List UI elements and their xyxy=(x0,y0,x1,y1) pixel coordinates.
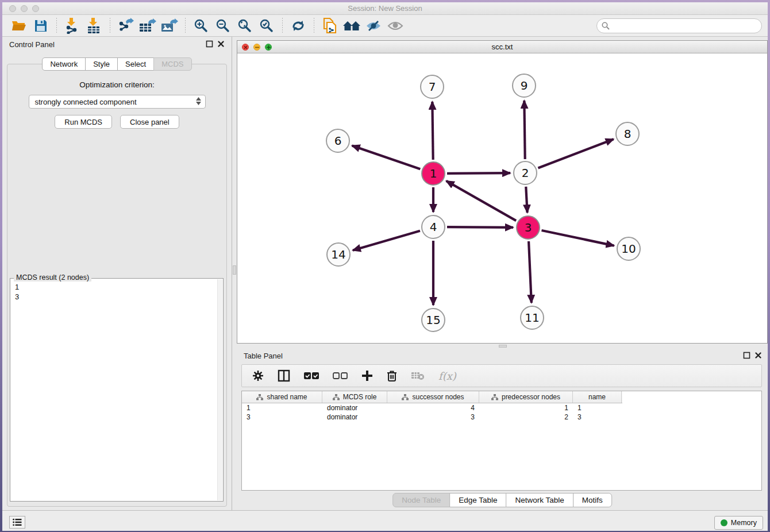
splitter-grip[interactable] xyxy=(499,345,507,348)
import-table-icon[interactable] xyxy=(83,17,105,35)
zoom-selected-icon[interactable] xyxy=(256,17,278,35)
cell-mcds-role[interactable]: dominator xyxy=(322,413,387,422)
column-header-successor-nodes[interactable]: successor nodes xyxy=(387,391,479,403)
graph-node-1[interactable]: 1 xyxy=(421,161,445,186)
delete-column-trash-icon[interactable] xyxy=(387,370,397,382)
run-mcds-button[interactable]: Run MCDS xyxy=(55,115,112,129)
deselect-all-columns-icon[interactable] xyxy=(333,372,348,380)
import-network-icon[interactable] xyxy=(61,17,83,35)
column-header-name[interactable]: name xyxy=(573,391,622,403)
tab-select[interactable]: Select xyxy=(117,57,154,71)
tab-node-table[interactable]: Node Table xyxy=(392,493,450,507)
close-panel-icon[interactable] xyxy=(217,40,225,48)
zoom-fit-icon[interactable] xyxy=(234,17,256,35)
cell-name[interactable]: 1 xyxy=(573,403,622,413)
window-title: Session: New Session xyxy=(2,4,768,13)
delete-table-icon[interactable] xyxy=(411,371,425,381)
cell-predecessor-nodes[interactable]: 2 xyxy=(479,413,573,422)
hide-selected-icon[interactable] xyxy=(363,17,384,35)
graph-node-15[interactable]: 15 xyxy=(421,308,445,332)
status-bar: Memory xyxy=(2,510,768,531)
graph-edges xyxy=(237,53,767,343)
graph-node-10[interactable]: 10 xyxy=(617,237,641,261)
graph-node-14[interactable]: 14 xyxy=(326,242,351,267)
cell-successor-nodes[interactable]: 4 xyxy=(387,403,479,413)
cell-successor-nodes[interactable]: 3 xyxy=(387,413,479,422)
graph-edge-1-7[interactable] xyxy=(432,102,433,160)
result-scrollbar[interactable] xyxy=(217,279,222,500)
graph-node-2[interactable]: 2 xyxy=(513,161,537,185)
control-panel: Control Panel Network Style Select MCDS … xyxy=(2,37,232,510)
select-all-columns-icon[interactable] xyxy=(304,372,319,380)
main-toolbar xyxy=(2,15,768,37)
column-header-predecessor-nodes[interactable]: predecessor nodes xyxy=(479,391,573,403)
graph-node-4[interactable]: 4 xyxy=(421,215,445,239)
graph-edge-3-11[interactable] xyxy=(529,241,532,303)
graph-node-7[interactable]: 7 xyxy=(420,75,444,99)
graph-edge-2-9[interactable] xyxy=(524,101,525,159)
cell-mcds-role[interactable]: dominator xyxy=(322,403,387,413)
graph-canvas[interactable]: 1234678910111415 xyxy=(237,53,767,343)
graph-node-3[interactable]: 3 xyxy=(516,215,540,240)
export-table-icon[interactable] xyxy=(137,17,159,35)
new-network-from-selection-icon[interactable] xyxy=(319,17,341,35)
graph-edge-2-3[interactable] xyxy=(526,187,527,213)
table-toolbar: f(x) xyxy=(241,364,762,387)
create-column-plus-icon[interactable] xyxy=(361,370,373,381)
search-input[interactable] xyxy=(596,18,762,33)
graph-node-6[interactable]: 6 xyxy=(326,129,350,153)
first-neighbors-icon[interactable] xyxy=(341,17,363,35)
cell-name[interactable]: 3 xyxy=(573,413,622,422)
save-session-icon[interactable] xyxy=(30,17,52,35)
table-settings-gear-icon[interactable] xyxy=(252,370,264,381)
column-header-shared-name[interactable]: shared name xyxy=(242,391,322,403)
table-row[interactable]: 3 dominator 3 2 3 xyxy=(242,413,761,422)
splitter-grip[interactable] xyxy=(233,265,236,275)
column-header-mcds-role[interactable]: MCDS role xyxy=(322,391,387,403)
criterion-dropdown[interactable]: strongly connected component xyxy=(29,95,206,109)
show-all-icon[interactable] xyxy=(384,17,406,35)
graph-edge-4-3[interactable] xyxy=(447,227,513,228)
memory-button[interactable]: Memory xyxy=(714,516,763,530)
table-panel: Table Panel xyxy=(237,348,768,510)
open-session-icon[interactable] xyxy=(8,17,30,35)
cell-predecessor-nodes[interactable]: 1 xyxy=(479,403,573,413)
graph-node-9[interactable]: 9 xyxy=(512,74,536,98)
vertical-splitter[interactable] xyxy=(232,37,237,510)
tab-network[interactable]: Network xyxy=(42,57,86,71)
horizontal-splitter[interactable] xyxy=(237,344,768,348)
tab-mcds[interactable]: MCDS xyxy=(153,57,191,71)
export-image-icon[interactable] xyxy=(159,17,180,35)
graph-edge-3-1[interactable] xyxy=(446,181,517,221)
tab-edge-table[interactable]: Edge Table xyxy=(449,493,506,507)
tab-network-table[interactable]: Network Table xyxy=(506,493,573,507)
control-panel-header: Control Panel xyxy=(2,37,232,52)
cell-shared-name[interactable]: 3 xyxy=(242,413,322,422)
tab-style[interactable]: Style xyxy=(85,57,118,71)
show-column-icon[interactable] xyxy=(278,369,290,382)
float-panel-icon[interactable] xyxy=(743,352,750,359)
mcds-result-legend: MCDS result (2 nodes) xyxy=(14,273,91,282)
function-builder-icon[interactable]: f(x) xyxy=(438,370,456,382)
cell-shared-name[interactable]: 1 xyxy=(242,403,322,413)
refresh-view-icon[interactable] xyxy=(287,17,309,35)
task-history-button[interactable] xyxy=(9,516,25,529)
mcds-result-text[interactable]: 1 3 xyxy=(10,279,223,302)
close-panel-icon[interactable] xyxy=(754,352,762,359)
export-network-icon[interactable] xyxy=(115,17,137,35)
table-row[interactable]: 1 dominator 4 1 1 xyxy=(242,403,761,413)
graph-edge-4-14[interactable] xyxy=(353,231,420,250)
graph-edge-1-6[interactable] xyxy=(352,145,421,169)
zoom-in-icon[interactable] xyxy=(190,17,212,35)
graph-node-8[interactable]: 8 xyxy=(615,122,640,146)
graph-edge-3-10[interactable] xyxy=(541,230,614,246)
window-titlebar: Session: New Session xyxy=(2,2,768,15)
network-window-title: scc.txt xyxy=(237,43,767,51)
close-panel-button[interactable]: Close panel xyxy=(120,115,179,129)
graph-edge-1-2[interactable] xyxy=(447,173,510,174)
tab-motifs[interactable]: Motifs xyxy=(573,493,612,507)
zoom-out-icon[interactable] xyxy=(212,17,234,35)
graph-node-11[interactable]: 11 xyxy=(520,306,544,330)
graph-edge-2-8[interactable] xyxy=(538,139,613,168)
float-panel-icon[interactable] xyxy=(206,40,213,48)
